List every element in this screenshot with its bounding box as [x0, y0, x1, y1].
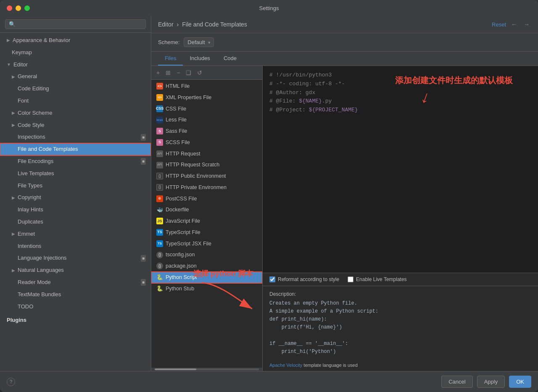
cancel-button[interactable]: Cancel [441, 376, 472, 388]
apply-button[interactable]: Apply [477, 376, 505, 388]
maximize-button[interactable] [24, 5, 30, 11]
reformat-label: Reformat according to style [278, 276, 339, 282]
file-item-label: HTTP Public Environment [166, 172, 226, 180]
live-templates-checkbox-label[interactable]: Enable Live Templates [348, 276, 407, 282]
live-templates-checkbox[interactable] [348, 276, 353, 282]
tab-code[interactable]: Code [217, 52, 243, 66]
file-item-tsconfig[interactable]: {} tsconfig.json [151, 249, 262, 260]
file-item-package-json[interactable]: {} package.json [151, 260, 262, 272]
desc-line-7: print_hi('Python') [269, 348, 531, 356]
description-code: Creates an empty Python file. A simple e… [269, 300, 531, 356]
file-item-tsx[interactable]: TS TypeScript JSX File [151, 238, 262, 250]
sidebar-item-label: Code Style [18, 121, 45, 130]
tsx-icon: TS [156, 240, 163, 247]
file-list-scrollbar[interactable] [151, 368, 262, 371]
scheme-bar: Scheme: Default Project [151, 33, 538, 52]
minimize-button[interactable] [16, 5, 21, 11]
sidebar-item-general[interactable]: ▶ General [0, 71, 151, 83]
sidebar-item-label: Intentions [18, 242, 41, 251]
sidebar-item-copyright[interactable]: ▶ Copyright [0, 192, 151, 204]
editor-panel: # !/usr/bin/python3 # -*- coding: utf-8 … [263, 66, 538, 371]
file-list-toolbar: + ⊞ − ❑ ↺ [151, 66, 262, 80]
sidebar-item-live-templates[interactable]: Live Templates [0, 168, 151, 180]
sidebar-item-emmet[interactable]: ▶ Emmet [0, 228, 151, 240]
sidebar-item-label: Editor [13, 61, 28, 69]
file-item-xml[interactable]: </> XML Properties File [151, 92, 262, 103]
apache-velocity-link[interactable]: Apache Velocity [269, 363, 302, 368]
apache-note: Apache Velocity template language is use… [263, 361, 538, 371]
sidebar-item-file-encodings[interactable]: File Encodings ■ [0, 155, 151, 168]
file-item-javascript[interactable]: JS JavaScript File [151, 216, 262, 227]
sidebar-item-inlay-hints[interactable]: Inlay Hints [0, 204, 151, 216]
file-item-python-script[interactable]: 🐍 Python Script [151, 272, 262, 283]
sidebar-item-appearance[interactable]: ▶ Appearance & Behavior [0, 34, 151, 47]
search-input[interactable] [18, 21, 142, 27]
reformat-checkbox-label[interactable]: Reformat according to style [269, 276, 339, 282]
code-editor[interactable]: # !/usr/bin/python3 # -*- coding: utf-8 … [263, 66, 538, 273]
sidebar-item-inspections[interactable]: Inspections ■ [0, 131, 151, 143]
sidebar-item-intentions[interactable]: Intentions [0, 240, 151, 253]
xml-icon: </> [156, 94, 163, 101]
tab-files[interactable]: Files [158, 52, 183, 66]
sidebar-item-label: Appearance & Behavior [13, 36, 70, 45]
file-item-css[interactable]: CSS CSS File [151, 103, 262, 115]
scheme-label: Scheme: [158, 39, 179, 45]
code-line-3: # @Author: gdx [269, 89, 531, 97]
sidebar-item-code-editing[interactable]: Code Editing [0, 83, 151, 95]
file-item-label: XML Properties File [166, 94, 211, 102]
file-item-http-private[interactable]: {} HTTP Private Environmen [151, 182, 262, 193]
file-item-sass[interactable]: S Sass File [151, 126, 262, 137]
search-container[interactable]: 🔍 [5, 19, 146, 29]
forward-button[interactable]: → [522, 20, 531, 29]
file-item-dockerfile[interactable]: 🐳 Dockerfile [151, 204, 262, 216]
sidebar-item-language-injections[interactable]: Language Injections ■ [0, 252, 151, 264]
code-line-2: # -*- coding: utf-8 -*- [269, 80, 531, 89]
duplicate-template-button[interactable]: ❑ [184, 68, 193, 77]
python-script-icon: 🐍 [156, 274, 163, 281]
sidebar-item-code-style[interactable]: ▶ Code Style [0, 119, 151, 132]
file-item-label: JavaScript File [166, 217, 200, 225]
ok-button[interactable]: OK [509, 376, 531, 388]
reset-button[interactable]: Reset [492, 21, 506, 28]
api-icon: API [156, 150, 163, 157]
file-item-http-public[interactable]: {} HTTP Public Environment [151, 171, 262, 182]
sidebar-item-duplicates[interactable]: Duplicates [0, 216, 151, 228]
sass-icon: S [156, 128, 163, 134]
file-item-python-stub[interactable]: 🐍 Python Stub [151, 283, 262, 295]
sidebar-item-file-code-templates[interactable]: File and Code Templates [0, 143, 151, 155]
file-item-label: Python Script [166, 274, 197, 282]
sidebar-item-reader-mode[interactable]: Reader Mode ■ [0, 276, 151, 289]
copy-template-button[interactable]: ⊞ [164, 68, 172, 77]
file-item-http-scratch[interactable]: API HTTP Request Scratch [151, 159, 262, 171]
chevron-right-icon: ▶ [12, 267, 15, 274]
sidebar-item-textmate-bundles[interactable]: TextMate Bundles [0, 289, 151, 301]
sidebar-item-todo[interactable]: TODO [0, 301, 151, 313]
sidebar-item-label: Reader Mode [18, 278, 51, 287]
tabs-bar: Files Includes Code [151, 52, 538, 66]
file-item-less[interactable]: less Less File [151, 114, 262, 126]
sidebar-item-keymap[interactable]: Keymap [0, 47, 151, 59]
sidebar-item-label: Inspections [18, 133, 45, 142]
tab-includes[interactable]: Includes [183, 52, 216, 66]
file-item-postcss[interactable]: ⊛ PostCSS File [151, 193, 262, 205]
sidebar-item-font[interactable]: Font [0, 95, 151, 107]
sidebar-item-editor[interactable]: ▼ Editor [0, 59, 151, 71]
sidebar-item-color-scheme[interactable]: ▶ Color Scheme [0, 107, 151, 119]
file-item-typescript[interactable]: TS TypeScript File [151, 227, 262, 238]
reformat-checkbox[interactable] [269, 276, 275, 282]
back-button[interactable]: ← [509, 20, 519, 29]
scheme-select[interactable]: Default Project [184, 37, 214, 47]
help-button[interactable]: ? [7, 378, 15, 386]
remove-template-button[interactable]: − [175, 68, 182, 77]
file-item-http-request[interactable]: API HTTP Request [151, 148, 262, 160]
file-item-html[interactable]: <> HTML File [151, 81, 262, 92]
close-button[interactable] [7, 5, 12, 11]
sidebar-item-plugins[interactable]: Plugins [0, 314, 151, 326]
add-template-button[interactable]: + [155, 68, 161, 77]
chevron-right-icon: ▶ [12, 231, 15, 237]
file-item-scss[interactable]: S SCSS File [151, 137, 262, 148]
chevron-right-icon: ▶ [12, 195, 15, 201]
reset-template-button[interactable]: ↺ [195, 68, 204, 77]
sidebar-item-natural-languages[interactable]: ▶ Natural Languages [0, 264, 151, 276]
sidebar-item-file-types[interactable]: File Types [0, 180, 151, 192]
